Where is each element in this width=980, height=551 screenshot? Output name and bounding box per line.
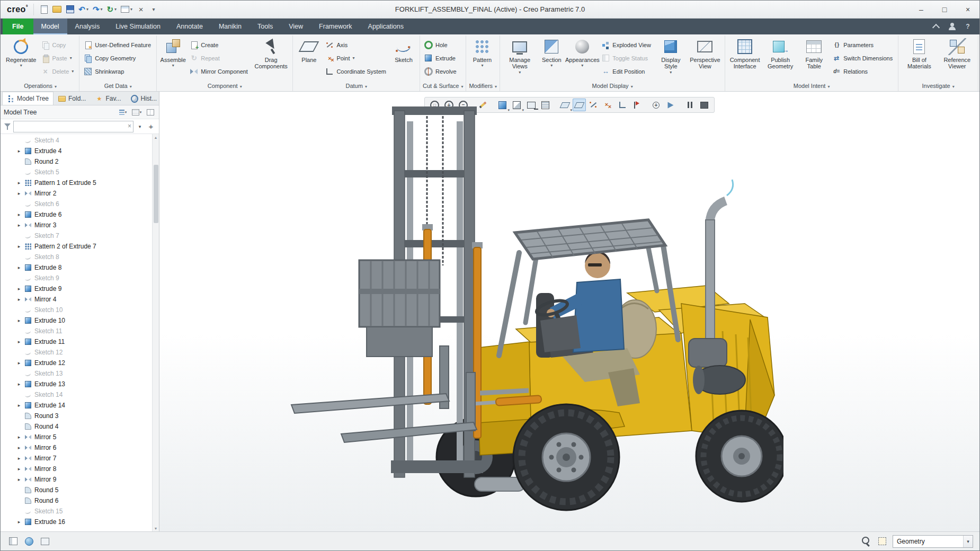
tree-add-button[interactable]: +	[146, 121, 156, 132]
bill-of-materials-button[interactable]: Bill of Materials	[901, 37, 937, 80]
expand-arrow-icon[interactable]	[15, 180, 23, 185]
tree-item[interactable]: Extrude 10	[1, 315, 152, 326]
save-button[interactable]	[64, 4, 76, 15]
tree-columns-icon[interactable]	[145, 108, 156, 117]
tree-filter-input[interactable]	[13, 121, 133, 132]
tree-item[interactable]: Sketch 12	[1, 347, 152, 358]
maximize-button[interactable]: □	[933, 1, 956, 18]
expand-arrow-icon[interactable]	[15, 381, 23, 387]
tab-analysis[interactable]: Analysis	[67, 19, 108, 34]
tree-item[interactable]: Mirror 8	[1, 464, 152, 474]
tree-item[interactable]: Extrude 6	[1, 209, 152, 220]
model-tree-list[interactable]: Sketch 4 Extrude 4 Round 2	[1, 134, 152, 531]
group-label-model-intent[interactable]: Model Intent	[728, 81, 895, 91]
expand-arrow-icon[interactable]	[15, 360, 23, 366]
tab-live-simulation[interactable]: Live Simulation	[108, 19, 168, 34]
family-table-button[interactable]: Family Table	[799, 37, 829, 80]
axis-button[interactable]: Axis	[324, 39, 389, 51]
customize-toolbar-button[interactable]	[148, 4, 159, 15]
tree-item[interactable]: Sketch 14	[1, 389, 152, 400]
fork-carriage[interactable]	[359, 260, 440, 357]
tree-item[interactable]: Extrude 11	[1, 336, 152, 347]
help-icon[interactable]	[964, 22, 972, 31]
tab-folder-browser[interactable]: Fold...	[54, 92, 91, 105]
copy-button[interactable]: Copy	[40, 39, 77, 51]
expand-arrow-icon[interactable]	[15, 434, 23, 440]
expand-arrow-icon[interactable]	[15, 456, 23, 461]
expand-arrow-icon[interactable]	[15, 212, 23, 217]
repeat-button[interactable]: Repeat	[188, 52, 251, 64]
expand-arrow-icon[interactable]	[15, 297, 23, 302]
expand-arrow-icon[interactable]	[15, 244, 23, 249]
group-label-investigate[interactable]: Investigate	[901, 81, 975, 91]
mirror-component-button[interactable]: Mirror Component	[188, 65, 251, 77]
find-icon[interactable]	[860, 535, 872, 548]
tree-item[interactable]: Sketch 13	[1, 368, 152, 379]
point-button[interactable]: Point	[324, 52, 389, 64]
tree-filters-icon[interactable]	[118, 108, 128, 117]
shrinkwrap-button[interactable]: Shrinkwrap	[82, 65, 154, 77]
chevron-down-icon[interactable]: ▾	[963, 536, 973, 547]
expand-arrow-icon[interactable]	[15, 148, 23, 154]
assemble-button[interactable]: Assemble	[159, 37, 186, 80]
appearances-button[interactable]: Appearances	[566, 37, 598, 80]
forks[interactable]	[291, 346, 477, 442]
close-window-button[interactable]	[135, 4, 147, 15]
tree-item[interactable]: Round 5	[1, 485, 152, 495]
delete-button[interactable]: Delete	[40, 65, 77, 77]
tab-applications[interactable]: Applications	[360, 19, 412, 34]
tree-item[interactable]: Sketch 10	[1, 305, 152, 315]
tree-item[interactable]: Round 6	[1, 495, 152, 506]
selection-buffer-icon[interactable]	[876, 535, 888, 548]
tree-item[interactable]: Mirror 7	[1, 453, 152, 464]
user-icon[interactable]	[948, 22, 956, 31]
expand-arrow-icon[interactable]	[15, 318, 23, 323]
tree-item[interactable]: Mirror 6	[1, 442, 152, 453]
group-label-component[interactable]: Component	[159, 81, 290, 91]
copy-geometry-button[interactable]: Copy Geometry	[82, 52, 154, 64]
publish-geometry-button[interactable]: Publish Geometry	[763, 37, 797, 80]
tree-item[interactable]: Extrude 9	[1, 283, 152, 294]
tab-model-tree[interactable]: Model Tree	[2, 92, 54, 105]
expand-arrow-icon[interactable]	[15, 477, 23, 482]
tab-annotate[interactable]: Annotate	[168, 19, 211, 34]
graphics-area[interactable]	[159, 92, 979, 531]
drag-components-button[interactable]: Drag Components	[252, 37, 290, 80]
new-file-button[interactable]	[38, 4, 50, 15]
regenerate-quick-button[interactable]	[105, 4, 118, 15]
forklift-model[interactable]	[288, 106, 783, 514]
expand-arrow-icon[interactable]	[15, 265, 23, 270]
tree-item[interactable]: Mirror 2	[1, 188, 152, 199]
component-interface-button[interactable]: Component Interface	[728, 37, 762, 80]
tree-item[interactable]: Sketch 4	[1, 135, 152, 146]
group-label-cut-surface[interactable]: Cut & Surface	[423, 81, 464, 91]
expand-arrow-icon[interactable]	[15, 403, 23, 408]
user-defined-feature-button[interactable]: User-Defined Feature	[82, 39, 154, 51]
tree-item[interactable]: Sketch 6	[1, 199, 152, 209]
revolve-button[interactable]: Revolve	[423, 65, 459, 77]
tree-item[interactable]: Extrude 12	[1, 358, 152, 368]
tab-manikin[interactable]: Manikin	[211, 19, 250, 34]
expand-arrow-icon[interactable]	[15, 445, 23, 450]
expand-arrow-icon[interactable]	[15, 519, 23, 525]
tree-item[interactable]: Sketch 5	[1, 167, 152, 177]
expand-arrow-icon[interactable]	[15, 286, 23, 291]
manage-views-button[interactable]: Manage Views	[503, 37, 537, 80]
perspective-view-button[interactable]: Perspective View	[688, 37, 722, 80]
section-button[interactable]: Section	[538, 37, 565, 80]
tree-item[interactable]: Mirror 9	[1, 474, 152, 485]
toggle-status-button[interactable]: Toggle Status	[600, 52, 654, 64]
paste-button[interactable]: Paste	[40, 52, 77, 64]
tree-settings-icon[interactable]	[131, 108, 142, 117]
redo-button[interactable]	[91, 4, 104, 15]
tree-item[interactable]: Sketch 7	[1, 230, 152, 241]
tree-item[interactable]: Mirror 4	[1, 294, 152, 305]
scrollbar-thumb[interactable]	[154, 165, 158, 223]
window-arrange-button[interactable]	[119, 4, 134, 15]
tree-item[interactable]: Mirror 3	[1, 220, 152, 230]
group-label-datum[interactable]: Datum	[296, 81, 417, 91]
selection-filter-select[interactable]: Geometry ▾	[893, 535, 973, 548]
tree-item[interactable]: Round 4	[1, 421, 152, 432]
edit-position-button[interactable]: Edit Position	[600, 65, 654, 77]
create-button[interactable]: Create	[188, 39, 251, 51]
